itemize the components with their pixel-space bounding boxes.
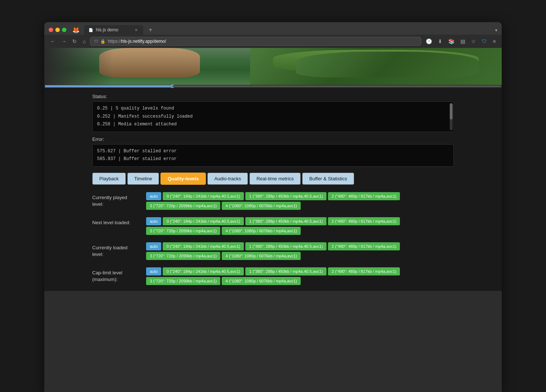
browser-window: 🦊 📄 hls.js demo ✕ + ▾ ← → ↻ ⌂ 🛡 🔒 https:…: [0, 0, 546, 392]
error-log-line-2: 585.937 | Buffer stalled error: [97, 155, 449, 163]
tab-favicon: 📄: [89, 28, 93, 32]
level-2-button-cap[interactable]: 2 ("480": 480p / 817kb / mp4a,avc1): [328, 267, 400, 275]
auto-button-loaded[interactable]: auto: [146, 242, 161, 250]
tab-audio-tracks[interactable]: Audio-tracks: [207, 173, 248, 185]
shield-badge-icon[interactable]: 🛡: [480, 37, 488, 46]
currently-loaded-label: Currently loadedlevel:: [92, 242, 140, 258]
error-label: Error:: [92, 136, 454, 142]
forward-button[interactable]: →: [60, 37, 68, 46]
status-scrollbar-thumb: [450, 103, 453, 119]
back-button[interactable]: ←: [49, 37, 57, 46]
next-level-row: Next level loaded: auto 0 ("240": 184p /…: [92, 217, 454, 235]
download-icon[interactable]: ⬇: [436, 37, 444, 46]
level-2-button-played[interactable]: 2 ("480": 480p / 817kb / mp4a,avc1): [328, 192, 400, 200]
cap-limit-buttons: auto 0 ("240": 184p / 241kb / mp4a.40.5,…: [146, 267, 454, 285]
status-section: Status: 0.25 | 5 quality levels found 0.…: [92, 94, 454, 132]
tab-bar: 🦊 📄 hls.js demo ✕ + ▾: [44, 22, 502, 35]
status-log-line-3: 0.258 | Media element attached: [97, 121, 449, 129]
nav-right-icons: 🕐 ⬇ 📚 ▤ ☆ 🛡 ≡: [424, 37, 497, 46]
close-button[interactable]: [49, 28, 53, 32]
level-2-button-loaded[interactable]: 2 ("480": 480p / 817kb / mp4a,avc1): [328, 242, 400, 250]
status-log-line-1: 0.25 | 5 quality levels found: [97, 105, 449, 113]
level-1-button-cap[interactable]: 1 ("380": 288p / 450kb / mp4a.40.5,avc1): [245, 267, 326, 275]
tab-quality-levels[interactable]: Quality-levels: [160, 173, 206, 185]
currently-played-label: Currently playedlevel:: [92, 192, 140, 208]
tab-playback[interactable]: Playback: [92, 173, 126, 185]
level-1-button-next[interactable]: 1 ("380": 288p / 450kb / mp4a.40.5,avc1): [245, 217, 326, 225]
auto-button-next[interactable]: auto: [146, 217, 161, 225]
tab-real-time-metrics[interactable]: Real-time metrics: [249, 173, 301, 185]
new-tab-button[interactable]: +: [146, 25, 155, 34]
dropdown-icon: ▾: [495, 28, 497, 33]
level-4-button-loaded[interactable]: 4 ("1080": 1080p / 6076kb / mp4a,avc1): [222, 252, 301, 260]
address-bar[interactable]: 🛡 🔒 https://hls-js.netlify.app/demo/: [90, 37, 421, 46]
status-log-box: 0.25 | 5 quality levels found 0.252 | Ma…: [92, 101, 454, 132]
error-log-box: 575.627 | Buffer stalled error 585.937 |…: [92, 144, 454, 167]
status-log-line-2: 0.252 | Manifest successfully loaded: [97, 113, 449, 121]
menu-icon[interactable]: ≡: [491, 37, 497, 46]
url-prefix: https://: [108, 39, 121, 44]
currently-loaded-row: Currently loadedlevel: auto 0 ("240": 18…: [92, 242, 454, 260]
next-level-label: Next level loaded:: [92, 217, 140, 226]
error-section: Error: 575.627 | Buffer stalled error 58…: [92, 136, 454, 167]
cap-limit-row: Cap-limit level(maximum): auto 0 ("240":…: [92, 267, 454, 285]
auto-button-played[interactable]: auto: [146, 192, 161, 200]
bookmark-list-icon[interactable]: 📚: [447, 37, 456, 46]
level-3-button-next[interactable]: 3 ("720": 720p / 2099kb / mp4a,avc1): [146, 227, 220, 235]
browser-icon: 🦊: [72, 27, 80, 34]
cap-limit-label: Cap-limit level(maximum):: [92, 267, 140, 283]
level-4-button-played[interactable]: 4 ("1080": 1080p / 6076kb / mp4a,avc1): [222, 202, 301, 210]
minimize-button[interactable]: [55, 28, 60, 32]
active-tab[interactable]: 📄 hls.js demo ✕: [84, 25, 143, 35]
level-0-button-cap[interactable]: 0 ("240": 184p / 241kb / mp4a.40.5,avc1): [163, 267, 244, 275]
video-progress-bar[interactable]: [44, 85, 502, 88]
level-3-button-loaded[interactable]: 3 ("720": 720p / 2099kb / mp4a,avc1): [146, 252, 220, 260]
video-player: [44, 48, 502, 85]
nav-bar: ← → ↻ ⌂ 🛡 🔒 https://hls-js.netlify.app/d…: [44, 35, 502, 48]
home-button[interactable]: ⌂: [81, 37, 87, 46]
next-level-buttons: auto 0 ("240": 184p / 241kb / mp4a.40.5,…: [146, 217, 454, 235]
error-log-line-1: 575.627 | Buffer stalled error: [97, 148, 449, 156]
quality-levels-section: Currently playedlevel: auto 0 ("240": 18…: [92, 192, 454, 285]
tab-timeline[interactable]: Timeline: [127, 173, 159, 185]
level-3-button-played[interactable]: 3 ("720": 720p / 2099kb / mp4a,avc1): [146, 202, 220, 210]
browser-chrome: 🦊 📄 hls.js demo ✕ + ▾ ← → ↻ ⌂ 🛡 🔒 https:…: [44, 22, 502, 392]
progress-remaining: [172, 86, 501, 87]
lock-icon: 🔒: [100, 39, 106, 44]
tab-title: hls.js demo: [96, 27, 118, 32]
tab-close-button[interactable]: ✕: [134, 27, 139, 32]
level-1-button-played[interactable]: 1 ("380": 288p / 450kb / mp4a.40.5,avc1): [245, 192, 326, 200]
video-thumbnail: [44, 48, 502, 85]
url-main: hls-js.netlify.app/demo/: [121, 39, 166, 44]
level-4-button-cap[interactable]: 4 ("1080": 1080p / 6076kb / mp4a,avc1): [222, 277, 301, 285]
window-controls: [49, 28, 66, 32]
level-1-button-loaded[interactable]: 1 ("380": 288p / 450kb / mp4a.40.5,avc1): [245, 242, 326, 250]
tabs-container: Playback Timeline Quality-levels Audio-t…: [92, 173, 454, 185]
level-0-button-loaded[interactable]: 0 ("240": 184p / 241kb / mp4a.40.5,avc1): [163, 242, 244, 250]
currently-played-row: Currently playedlevel: auto 0 ("240": 18…: [92, 192, 454, 210]
level-0-button-next[interactable]: 0 ("240": 184p / 241kb / mp4a.40.5,avc1): [163, 217, 244, 225]
status-scrollbar[interactable]: [450, 103, 453, 130]
tab-buffer-statistics[interactable]: Buffer & Statistics: [302, 173, 354, 185]
main-area: Status: 0.25 | 5 quality levels found 0.…: [44, 88, 502, 291]
status-label: Status:: [92, 94, 454, 99]
level-2-button-next[interactable]: 2 ("480": 480p / 817kb / mp4a,avc1): [328, 217, 400, 225]
history-icon[interactable]: 🕐: [424, 37, 433, 46]
currently-played-buttons: auto 0 ("240": 184p / 241kb / mp4a.40.5,…: [146, 192, 454, 210]
level-3-button-cap[interactable]: 3 ("720": 720p / 2099kb / mp4a,avc1): [146, 277, 220, 285]
star-icon[interactable]: ☆: [470, 37, 477, 46]
address-text: https://hls-js.netlify.app/demo/: [108, 39, 166, 44]
progress-fill: [45, 85, 173, 87]
shield-icon: 🛡: [94, 39, 98, 44]
maximize-button[interactable]: [62, 28, 66, 32]
page-content: Status: 0.25 | 5 quality levels found 0.…: [44, 48, 502, 291]
reader-mode-icon[interactable]: ▤: [459, 37, 467, 46]
level-4-button-next[interactable]: 4 ("1080": 1080p / 6076kb / mp4a,avc1): [222, 227, 301, 235]
auto-button-cap[interactable]: auto: [146, 267, 161, 275]
currently-loaded-buttons: auto 0 ("240": 184p / 241kb / mp4a.40.5,…: [146, 242, 454, 260]
refresh-button[interactable]: ↻: [71, 37, 78, 46]
level-0-button-played[interactable]: 0 ("240": 184p / 241kb / mp4a.40.5,avc1): [163, 192, 244, 200]
